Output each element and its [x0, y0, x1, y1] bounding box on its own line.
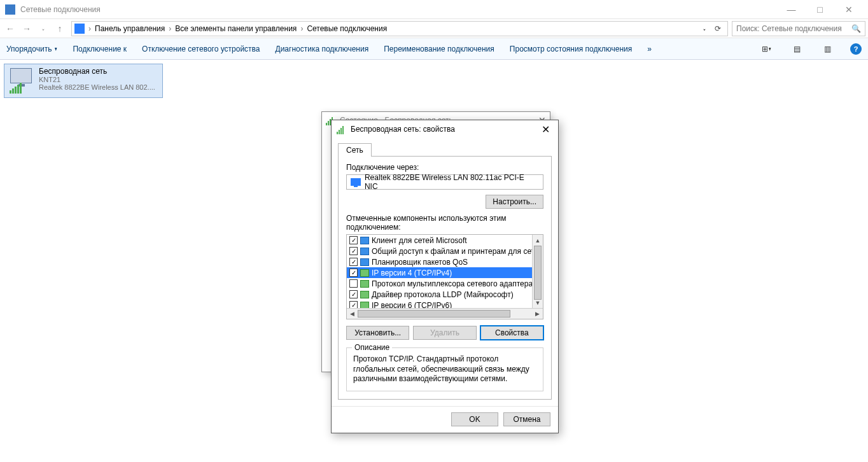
scroll-up-icon[interactable]: ▲	[533, 235, 543, 246]
component-label: IP версии 6 (TCP/IPv6)	[372, 301, 452, 309]
crumb-0[interactable]: Панель управления	[95, 24, 165, 33]
status-button[interactable]: Просмотр состояния подключения	[510, 45, 632, 53]
description-group: Описание Протокол TCP/IP. Стандартный пр…	[346, 347, 543, 391]
components-label: Отмеченные компоненты используются этим …	[346, 214, 543, 232]
component-icon	[360, 258, 369, 266]
minimize-button[interactable]: —	[777, 0, 806, 19]
components-list[interactable]: ✓Клиент для сетей Microsoft✓Общий доступ…	[346, 234, 543, 319]
component-label: IP версии 4 (TCP/IPv4)	[372, 269, 452, 277]
view-options-button[interactable]: ⊞▾	[759, 41, 774, 57]
view-layout-button[interactable]: ▤	[789, 41, 804, 57]
component-checkbox[interactable]	[349, 279, 358, 288]
signal-icon	[337, 124, 347, 134]
maximize-button[interactable]: □	[806, 0, 834, 19]
dialog-titlebar: Беспроводная сеть: свойства ✕	[332, 120, 558, 138]
search-icon[interactable]: 🔍	[851, 24, 861, 33]
close-button[interactable]: ✕	[834, 0, 863, 19]
description-text: Протокол TCP/IP. Стандартный протокол гл…	[353, 354, 536, 384]
component-label: Клиент для сетей Microsoft	[372, 236, 467, 245]
up-button[interactable]: ↑	[52, 21, 67, 36]
app-icon	[5, 4, 15, 15]
connection-ssid: KNT21	[39, 76, 160, 83]
crumb-sep: ›	[300, 24, 303, 33]
vertical-scrollbar[interactable]: ▲ ▼	[532, 235, 543, 308]
component-icon	[360, 291, 369, 298]
connect-via-label: Подключение через:	[346, 163, 543, 172]
component-checkbox[interactable]: ✓	[349, 258, 358, 266]
tab-strip: Сеть	[338, 143, 552, 157]
search-input[interactable]	[736, 24, 851, 33]
help-button[interactable]: ?	[850, 43, 862, 55]
scroll-thumb[interactable]	[534, 246, 542, 300]
remove-button: Удалить	[413, 326, 476, 340]
address-bar-row: ← → ⌄ ↑ › Панель управления › Все элемен…	[0, 19, 868, 38]
back-button[interactable]: ←	[3, 21, 18, 36]
component-checkbox[interactable]: ✓	[349, 301, 358, 308]
component-row[interactable]: ✓Клиент для сетей Microsoft	[347, 235, 532, 246]
component-checkbox[interactable]: ✓	[349, 290, 358, 298]
component-row[interactable]: ✓Драйвер протокола LLDP (Майкрософт)	[347, 289, 532, 300]
properties-dialog: Беспроводная сеть: свойства ✕ Сеть Подкл…	[331, 120, 559, 433]
more-commands[interactable]: »	[647, 45, 652, 53]
scroll-left-icon[interactable]: ◀	[347, 309, 358, 319]
crumb-2[interactable]: Сетевые подключения	[307, 24, 387, 33]
diagnose-button[interactable]: Диагностика подключения	[276, 45, 369, 53]
search-box[interactable]: 🔍	[732, 21, 865, 36]
connection-tile-wifi[interactable]: Беспроводная сеть KNT21 Realtek 8822BE W…	[4, 64, 163, 98]
scroll-thumb-h[interactable]	[358, 310, 510, 318]
install-button[interactable]: Установить...	[346, 326, 409, 340]
tab-network[interactable]: Сеть	[338, 143, 372, 157]
component-icon	[360, 280, 369, 288]
component-label: Протокол мультиплексора сетевого адаптер…	[372, 279, 532, 288]
disable-device-button[interactable]: Отключение сетевого устройства	[142, 45, 260, 53]
adapter-icon	[351, 178, 361, 186]
connection-adapter: Realtek 8822BE Wireless LAN 802....	[39, 83, 160, 91]
command-bar: Упорядочить▾ Подключение к Отключение се…	[0, 38, 868, 60]
component-row[interactable]: Протокол мультиплексора сетевого адаптер…	[347, 278, 532, 289]
component-checkbox[interactable]: ✓	[349, 269, 358, 277]
dialog-title: Беспроводная сеть: свойства	[351, 125, 538, 134]
refresh-button[interactable]: ⟳	[711, 22, 725, 36]
connection-icon	[7, 67, 35, 95]
component-checkbox[interactable]: ✓	[349, 236, 358, 244]
connections-list: Беспроводная сеть KNT21 Realtek 8822BE W…	[0, 60, 868, 102]
component-label: Планировщик пакетов QoS	[372, 258, 468, 267]
adapter-field: Realtek 8822BE Wireless LAN 802.11ac PCI…	[346, 174, 543, 190]
connect-to-button[interactable]: Подключение к	[73, 45, 127, 53]
cancel-button[interactable]: Отмена	[503, 412, 550, 426]
crumb-sep: ›	[88, 24, 91, 33]
component-label: Общий доступ к файлам и принтерам для се…	[372, 247, 532, 256]
preview-pane-button[interactable]: ▥	[820, 41, 835, 57]
window-title: Сетевые подключения	[20, 5, 777, 14]
dialog-close-button[interactable]: ✕	[538, 123, 553, 136]
properties-button[interactable]: Свойства	[480, 326, 543, 340]
rename-button[interactable]: Переименование подключения	[384, 45, 494, 53]
configure-button[interactable]: Настроить...	[486, 195, 543, 209]
description-label: Описание	[352, 343, 392, 352]
scroll-right-icon[interactable]: ▶	[532, 309, 543, 319]
forward-button[interactable]: →	[19, 21, 34, 36]
component-row[interactable]: ✓IP версии 4 (TCP/IPv4)	[347, 267, 532, 278]
horizontal-scrollbar[interactable]: ◀ ▶	[347, 308, 543, 319]
component-checkbox[interactable]: ✓	[349, 247, 358, 255]
history-dropdown[interactable]: ⌄	[38, 21, 49, 36]
component-row[interactable]: ✓IP версии 6 (TCP/IPv6)	[347, 300, 532, 308]
component-label: Драйвер протокола LLDP (Майкрософт)	[372, 290, 514, 299]
window-titlebar: Сетевые подключения — □ ✕	[0, 0, 868, 19]
organize-menu[interactable]: Упорядочить▾	[6, 45, 57, 53]
connection-name: Беспроводная сеть	[39, 67, 160, 76]
adapter-name: Realtek 8822BE Wireless LAN 802.11ac PCI…	[365, 173, 539, 191]
component-icon	[360, 269, 369, 277]
component-icon	[360, 248, 369, 255]
crumb-1[interactable]: Все элементы панели управления	[175, 24, 297, 33]
ok-button[interactable]: OK	[451, 412, 498, 426]
crumb-sep: ›	[169, 24, 171, 33]
component-row[interactable]: ✓Общий доступ к файлам и принтерам для с…	[347, 246, 532, 256]
address-bar[interactable]: › Панель управления › Все элементы панел…	[71, 21, 728, 36]
location-icon	[74, 24, 85, 34]
component-row[interactable]: ✓Планировщик пакетов QoS	[347, 256, 532, 267]
component-icon	[360, 302, 369, 309]
component-icon	[360, 237, 369, 244]
address-dropdown[interactable]: ⌄	[703, 25, 706, 32]
